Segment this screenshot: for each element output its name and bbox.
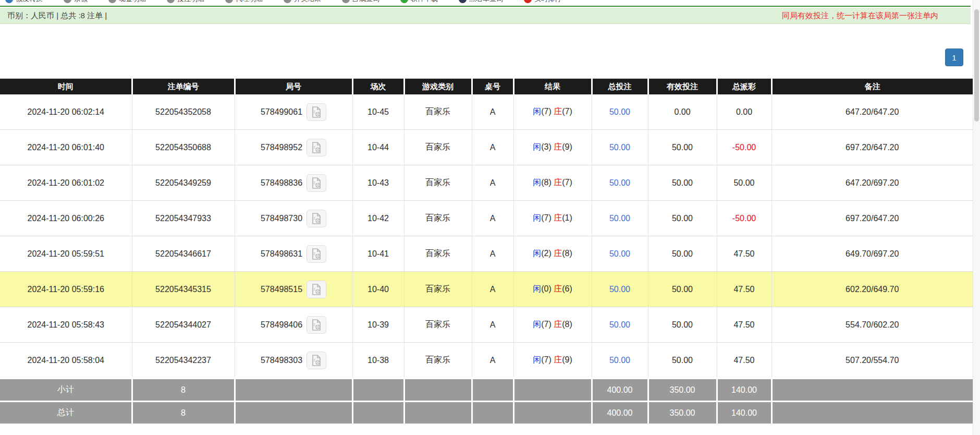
bet-records-table: 时间注单编号局号场次游戏类别桌号结果总投注有效投注总派彩备注 2024-11-2… <box>0 78 973 424</box>
cell-bet-id: 522054344027 <box>132 307 235 343</box>
toolbar-item-label: 软件下载 <box>411 0 438 4</box>
cell-payout: 47.50 <box>717 307 771 343</box>
cell-total-bet[interactable]: 50.00 <box>592 272 648 307</box>
cell-total-bet[interactable]: 50.00 <box>592 236 648 272</box>
column-header-table_no: 桌号 <box>472 79 513 95</box>
scrollbar-thumb[interactable] <box>974 9 979 122</box>
cell-remark: 507.20/554.70 <box>771 343 973 379</box>
table-row: 2024-11-20 06:00:26522054347933578498730… <box>0 201 973 236</box>
column-header-round_no: 局号 <box>235 79 352 95</box>
table-row: 2024-11-20 05:59:51522054346617578498631… <box>0 236 973 272</box>
video-replay-button[interactable] <box>307 174 326 192</box>
cell-time: 2024-11-20 06:01:40 <box>0 130 132 165</box>
video-replay-button[interactable] <box>307 281 326 298</box>
cell-game-type: 百家乐 <box>404 343 472 379</box>
table-header-row: 时间注单编号局号场次游戏类别桌号结果总投注有效投注总派彩备注 <box>0 79 973 95</box>
round-number: 578498730 <box>261 214 302 223</box>
transfer-icon <box>5 0 13 3</box>
cell-result: 闲(8) 庄(7) <box>513 165 592 201</box>
toolbar-item-label: 投注明细 <box>177 0 204 4</box>
cell-remark: 602.20/649.70 <box>771 272 973 307</box>
vertical-scrollbar[interactable] <box>973 0 980 435</box>
subtotal-row-label: 小计 <box>0 379 132 402</box>
video-replay-button[interactable] <box>307 103 326 121</box>
cell-round-no: 578498303 <box>235 343 352 379</box>
toolbar-item[interactable]: 软件下载 <box>400 0 438 4</box>
cell-bet-id: 522054350688 <box>132 130 235 165</box>
toolbar-item[interactable]: 黑名单查询 <box>459 0 503 4</box>
cell-bet-id: 522054349259 <box>132 165 235 201</box>
toolbar-item[interactable]: 实时排行 <box>524 0 561 4</box>
film-icon <box>311 283 322 296</box>
cell-result: 闲(7) 庄(8) <box>513 307 592 343</box>
total-bet-link[interactable]: 50.00 <box>609 143 630 152</box>
table-row: 2024-11-20 05:58:43522054344027578498406… <box>0 307 973 343</box>
pagination-page-1[interactable]: 1 <box>945 49 963 66</box>
total-row-payout: 140.00 <box>717 402 771 424</box>
cell-time: 2024-11-20 05:59:51 <box>0 236 132 272</box>
total-bet-link[interactable]: 50.00 <box>609 249 630 258</box>
cell-payout: 50.00 <box>717 165 771 201</box>
cell-table-no: A <box>472 165 513 201</box>
table-row: 2024-11-20 06:02:14522054352058578499061… <box>0 94 973 130</box>
share-query-icon <box>342 0 350 3</box>
toolbar-item[interactable]: 现金明细 <box>108 0 146 4</box>
cell-total-bet[interactable]: 50.00 <box>592 94 648 130</box>
total-row-empty <box>513 402 592 424</box>
total-row-count: 8 <box>132 402 235 424</box>
total-row-total-bet: 400.00 <box>592 402 648 424</box>
toolbar-item-label: 余额 <box>74 0 88 4</box>
cell-table-no: A <box>472 343 513 379</box>
table-row: 2024-11-20 05:58:04522054342237578498303… <box>0 343 973 379</box>
cell-result: 闲(3) 庄(9) <box>513 130 592 165</box>
toolbar-item[interactable]: 投注明细 <box>167 0 204 4</box>
cell-round-no: 578498836 <box>235 165 352 201</box>
cell-time: 2024-11-20 05:58:04 <box>0 343 132 379</box>
cell-valid-bet: 50.00 <box>648 272 717 307</box>
video-replay-button[interactable] <box>307 245 326 263</box>
cell-total-bet[interactable]: 50.00 <box>592 201 648 236</box>
cell-game-type: 百家乐 <box>404 272 472 307</box>
cell-session: 10-42 <box>352 201 404 236</box>
subtotal-row-empty <box>235 379 352 402</box>
total-bet-link[interactable]: 50.00 <box>609 356 630 365</box>
film-icon <box>311 212 322 225</box>
cell-remark: 697.20/647.20 <box>771 130 973 165</box>
total-bet-link[interactable]: 50.00 <box>609 178 630 187</box>
video-replay-button[interactable] <box>307 139 326 156</box>
cell-session: 10-44 <box>352 130 404 165</box>
total-bet-link[interactable]: 50.00 <box>609 214 630 223</box>
cell-time: 2024-11-20 06:02:14 <box>0 94 132 130</box>
cell-time: 2024-11-20 06:00:26 <box>0 201 132 236</box>
video-replay-button[interactable] <box>307 316 326 334</box>
subtotal-row-empty <box>771 379 973 402</box>
total-bet-link[interactable]: 50.00 <box>609 320 630 329</box>
video-replay-button[interactable] <box>307 352 326 369</box>
cell-payout: 47.50 <box>717 236 771 272</box>
video-replay-button[interactable] <box>307 210 326 227</box>
total-row-empty <box>235 402 352 424</box>
total-bet-link[interactable]: 50.00 <box>609 285 630 294</box>
cell-session: 10-38 <box>352 343 404 379</box>
toolbar-item[interactable]: 开奖结果 <box>284 0 321 4</box>
toolbar-item[interactable]: 额度转换 <box>5 0 43 4</box>
toolbar-item[interactable]: 占成查询 <box>342 0 379 4</box>
cell-total-bet[interactable]: 50.00 <box>592 307 648 343</box>
ranking-icon <box>524 0 532 3</box>
cell-total-bet[interactable]: 50.00 <box>592 165 648 201</box>
total-row-empty <box>404 402 472 424</box>
cell-total-bet[interactable]: 50.00 <box>592 130 648 165</box>
cell-valid-bet: 50.00 <box>648 307 717 343</box>
toolbar-item[interactable]: 余额 <box>64 0 88 4</box>
total-bet-link[interactable]: 50.00 <box>609 107 630 116</box>
cell-total-bet[interactable]: 50.00 <box>592 343 648 379</box>
toolbar-item[interactable]: 代理明细 <box>225 0 263 4</box>
agent-detail-icon <box>225 0 233 3</box>
cell-game-type: 百家乐 <box>404 236 472 272</box>
column-header-valid_bet: 有效投注 <box>648 79 717 95</box>
cell-game-type: 百家乐 <box>404 307 472 343</box>
round-number: 578498303 <box>261 356 302 365</box>
blacklist-icon <box>459 0 467 3</box>
cell-round-no: 578498631 <box>235 236 352 272</box>
film-icon <box>311 319 322 331</box>
